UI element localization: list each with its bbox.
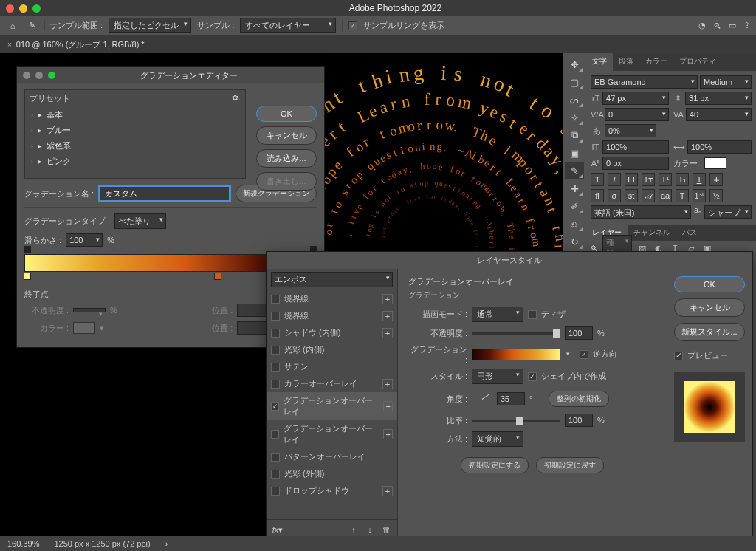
scale-input[interactable] [565,414,593,427]
save-button[interactable]: 書き出し... [256,172,317,191]
ls-down-icon[interactable]: ↓ [363,523,377,536]
ordinal-button[interactable]: σ [608,189,621,202]
opacity-stop-left[interactable] [24,246,31,253]
baseline-input[interactable] [602,157,669,170]
layer-style-row[interactable]: グラデーションオーバーレイ+ [267,392,397,420]
tab-properties[interactable]: プロパティ [673,53,722,71]
arrange-icon[interactable]: ▭ [729,21,736,30]
chevron-right-icon[interactable]: › [165,539,168,548]
language-select[interactable]: 英語 (米国) [591,205,691,219]
tsume-input[interactable]: 0% [605,124,656,137]
preset-folder[interactable]: ›▸ピンク [25,154,245,169]
history-brush-icon[interactable]: ↻ [565,233,584,250]
cancel-button[interactable]: キャンセル [674,298,745,317]
layer-style-row[interactable]: カラーオーバーレイ+ [267,375,397,392]
half-button[interactable]: ½ [709,189,723,202]
cancel-button[interactable]: キャンセル [256,126,317,145]
show-ring-checkbox[interactable]: ✓ [348,21,357,30]
italic-button[interactable]: T [608,173,621,186]
ok-button[interactable]: OK [256,106,317,122]
add-effect-icon[interactable]: + [382,311,393,321]
first-button[interactable]: 1ˢᵗ [693,189,706,202]
antialiasing-select[interactable]: シャープ [704,205,752,219]
marquee-tool-icon[interactable]: ▢ [565,74,584,90]
add-effect-icon[interactable]: + [383,429,393,439]
opacity-input[interactable] [73,308,106,312]
ls-up-icon[interactable]: ↑ [347,523,360,536]
reset-default-button[interactable]: 初期設定に戻す [536,457,604,473]
add-effect-icon[interactable]: + [382,486,393,496]
fx-icon[interactable]: fx▾ [271,523,284,536]
subscript-button[interactable]: T₁ [676,173,689,186]
style-checkbox[interactable] [271,363,280,372]
preset-folder[interactable]: ›▸紫色系 [25,138,245,154]
font-size-input[interactable]: 47 px [602,92,669,105]
style-checkbox[interactable] [271,430,279,439]
brush-tool-icon[interactable]: ✐ [565,198,584,214]
gradient-swatch[interactable] [472,349,560,360]
smooth-input[interactable]: 100 [66,233,103,247]
layer-style-row[interactable]: パターンオーバーレイ [267,448,397,465]
document-tab[interactable]: × 010 @ 160% (グループ 1, RGB/8) * [0,35,756,53]
pos-input[interactable] [237,304,267,317]
layer-style-row[interactable]: 境界線+ [267,307,397,324]
home-icon[interactable]: ⌂ [6,19,19,32]
align-checkbox[interactable] [528,372,537,381]
stamp-tool-icon[interactable]: ⎌ [565,216,584,232]
lasso-tool-icon[interactable]: ᔕ [565,92,584,108]
dialog-titlebar[interactable]: グラデーションエディター [17,67,324,83]
pos-input-2[interactable] [237,321,267,335]
style-checkbox[interactable] [271,487,280,496]
grad-style-select[interactable]: 円形 [472,369,523,384]
close-icon[interactable] [6,4,14,13]
move-tool-icon[interactable]: ✥ [565,56,584,72]
scale-slider[interactable] [472,420,560,422]
color-stop-0[interactable] [24,273,31,280]
style-checkbox[interactable] [271,312,280,321]
grad-name-input[interactable] [100,186,230,201]
style-checkbox[interactable] [271,470,280,479]
eyedropper-tool-icon[interactable]: ✎ [565,162,584,179]
opacity-slider[interactable] [472,332,560,335]
layer-style-row[interactable]: 光彩 (外側) [267,465,397,482]
tab-color[interactable]: カラー [639,53,673,71]
layer-style-row[interactable]: 境界線+ [267,290,397,307]
preset-folder[interactable]: ›▸ブルー [25,123,245,138]
preview-checkbox[interactable]: ✓ [674,352,683,360]
cloud-icon[interactable]: ◔ [698,21,706,30]
swash-button[interactable]: 𝒜 [642,189,655,202]
allcaps-button[interactable]: TT [625,173,638,186]
zoom-level[interactable]: 160.39% [7,539,39,548]
load-button[interactable]: 読み込み... [256,149,317,168]
font-family-select[interactable]: EB Garamond [591,75,698,89]
style-checkbox[interactable] [271,329,280,338]
search-icon[interactable]: 🔍︎ [713,21,721,30]
new-style-button[interactable]: 新規スタイル... [674,323,745,341]
zoom-icon[interactable] [48,72,55,79]
layer-style-row[interactable]: 光彩 (内側) [267,341,397,358]
layer-style-row[interactable]: グラデーションオーバーレイ+ [267,420,397,448]
close-icon[interactable] [23,72,30,79]
zoom-icon[interactable] [32,4,41,13]
reset-align-button[interactable]: 整列の初期化 [549,391,609,407]
angle-input[interactable] [497,392,525,405]
heal-tool-icon[interactable]: ✚ [565,180,584,196]
reverse-checkbox[interactable] [580,350,588,359]
add-effect-icon[interactable]: + [382,294,393,304]
ligature-button[interactable]: fi [591,189,604,202]
share-icon[interactable]: ⇪ [743,21,750,30]
vscale-input[interactable] [602,140,669,154]
tab-paths[interactable]: パス [676,225,703,241]
add-effect-icon[interactable]: + [382,379,393,389]
stylistic-button[interactable]: st [625,189,638,202]
angle-dial[interactable] [472,389,492,409]
text-color-swatch[interactable] [704,157,726,169]
style-checkbox[interactable] [271,453,280,462]
strike-button[interactable]: T̶ [709,173,723,186]
tracking-input[interactable]: 40 [686,108,752,121]
titling-button[interactable]: aa [659,189,672,202]
style-checkbox[interactable] [271,402,279,411]
style-combo[interactable]: エンボス [271,272,393,287]
bold-button[interactable]: T [591,173,604,186]
grad-type-select[interactable]: べた塗り [114,213,166,229]
